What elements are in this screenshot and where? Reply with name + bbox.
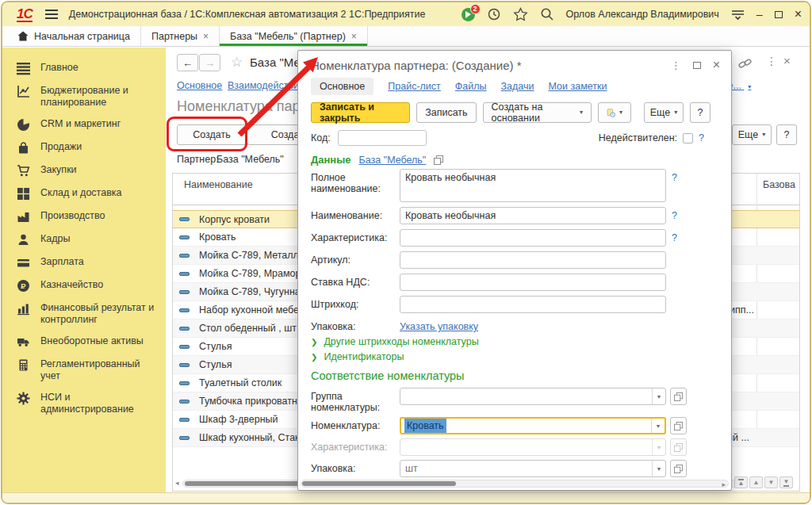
user-name[interactable]: Орлов Александр Владимирович: [566, 9, 719, 20]
sidebar-item-finresult[interactable]: Финансовый результат и контроллинг: [2, 297, 166, 331]
open-link-icon[interactable]: [434, 155, 443, 165]
sidebar-item-main[interactable]: Главное: [2, 57, 166, 80]
scroll-right-icon[interactable]: ▸: [722, 481, 726, 488]
svg-text:Р: Р: [21, 281, 26, 290]
full-name-input[interactable]: Кровать необычная: [400, 169, 666, 202]
selected-value[interactable]: Кровать: [404, 419, 446, 433]
history-icon[interactable]: [487, 7, 501, 21]
dialog-horizontal-scrollbar[interactable]: ▸: [301, 480, 729, 488]
more-button[interactable]: Еще▾: [732, 124, 772, 145]
main-menu-icon[interactable]: [45, 10, 58, 19]
dialog-more-button[interactable]: Еще▾: [644, 102, 684, 123]
dropdown-icon[interactable]: ▾: [652, 461, 665, 476]
dropdown-icon[interactable]: ▾: [651, 419, 665, 433]
notifications-icon[interactable]: 2: [462, 8, 475, 21]
go-next-row-button[interactable]: ▼: [764, 476, 778, 488]
forward-button[interactable]: →: [199, 54, 220, 71]
scrollbar-thumb[interactable]: [302, 481, 456, 486]
service-menu-icon[interactable]: [731, 9, 745, 21]
link-icon[interactable]: [738, 56, 753, 70]
sidebar-item-administration[interactable]: НСИ и администрирование: [2, 387, 166, 420]
nav-link-interactions[interactable]: Взаимодействия: [228, 80, 304, 91]
dialog-tab-notes[interactable]: Мои заметки: [549, 81, 607, 92]
invalid-checkbox[interactable]: [683, 133, 693, 143]
dialog-tab-main[interactable]: Основное: [311, 78, 373, 95]
tab-close-icon[interactable]: ×: [203, 31, 209, 42]
sidebar-item-treasury[interactable]: Р Казначейство: [2, 274, 166, 297]
salary-card-icon: [17, 256, 30, 270]
sidebar-item-salary[interactable]: Зарплата: [2, 251, 166, 274]
invalid-help[interactable]: ?: [699, 132, 704, 143]
sidebar-item-purchases[interactable]: Закупки: [2, 159, 166, 182]
dialog-tab-files[interactable]: Файлы: [455, 81, 487, 92]
column-header-name[interactable]: Наименование: [184, 179, 253, 190]
characteristic-input[interactable]: [400, 229, 666, 247]
nomenclature-combo[interactable]: Кровать▾: [400, 417, 666, 434]
scroll-left-icon[interactable]: ◂: [175, 480, 179, 487]
go-prev-row-button[interactable]: ▲: [749, 476, 763, 488]
dialog-close-icon[interactable]: ×: [713, 58, 720, 72]
column-header-base[interactable]: Базова: [763, 179, 795, 190]
back-button[interactable]: ←: [177, 54, 198, 71]
tab-partners[interactable]: Партнеры ×: [141, 26, 220, 46]
sidebar-item-warehouse[interactable]: Склад и доставка: [2, 182, 166, 205]
maximize-button[interactable]: [775, 11, 783, 18]
close-button[interactable]: ×: [795, 8, 802, 21]
sidebar-item-regulated[interactable]: Регламентированный учет: [2, 354, 166, 387]
code-label: Код:: [311, 132, 338, 143]
go-first-row-button[interactable]: ▲: [734, 476, 748, 488]
article-input[interactable]: [400, 251, 666, 269]
save-button[interactable]: Записать: [416, 102, 476, 123]
copy-history-button[interactable]: ▾: [598, 102, 631, 123]
field-help[interactable]: ?: [672, 169, 677, 183]
barcode-input[interactable]: [400, 296, 666, 313]
vat-input[interactable]: [400, 274, 666, 291]
nav-link-main[interactable]: Основное: [177, 80, 222, 91]
dialog-maximize-icon[interactable]: [693, 62, 701, 69]
sidebar-item-assets[interactable]: Внеоборотные активы: [2, 331, 166, 354]
open-characteristic-button: [670, 438, 687, 456]
create-based-on-button[interactable]: Создать на основании▾: [483, 102, 592, 123]
dialog-help-button[interactable]: ?: [690, 102, 710, 123]
save-close-button[interactable]: Записать и закрыть: [311, 102, 410, 123]
form-menu-dots-icon[interactable]: ⋮: [766, 55, 777, 67]
open-nomenclature-button[interactable]: [670, 417, 687, 434]
partner-link[interactable]: База "Мебель": [359, 155, 427, 166]
sidebar-item-hr[interactable]: Кадры: [2, 228, 166, 251]
expander-other-barcodes[interactable]: ❯ Другие штрихкоды номенклатуры: [311, 336, 718, 347]
minimize-button[interactable]: –: [756, 9, 763, 20]
form-close-icon[interactable]: ×: [783, 54, 791, 67]
packaging2-combo[interactable]: ▾: [400, 460, 666, 477]
sidebar-item-crm[interactable]: CRM и маркетинг: [2, 113, 166, 136]
partner-filter-value[interactable]: База "Мебель": [216, 154, 284, 165]
sidebar-item-budgeting[interactable]: Бюджетирование и планирование: [2, 80, 166, 113]
tab-home[interactable]: Начальная страница: [7, 26, 141, 46]
favorites-star-icon[interactable]: [513, 7, 528, 21]
field-help[interactable]: ?: [672, 207, 677, 221]
nomenclature-group-combo[interactable]: ▾: [400, 388, 666, 405]
help-button[interactable]: ?: [776, 124, 797, 145]
packaging2-input[interactable]: [400, 461, 652, 476]
field-help[interactable]: ?: [672, 229, 677, 243]
tab-partner-base-mebel[interactable]: База "Мебель" (Партнер) ×: [220, 26, 368, 46]
open-packaging-button[interactable]: [670, 460, 687, 477]
dialog-tab-tasks[interactable]: Задачи: [501, 81, 534, 92]
search-icon[interactable]: [540, 7, 554, 21]
expander-identifiers[interactable]: ❯ Идентификаторы: [311, 351, 718, 362]
name-input[interactable]: [400, 207, 666, 224]
dialog-menu-dots-icon[interactable]: ⋮: [671, 59, 681, 71]
dialog-tab-pricelist[interactable]: Прайс-лист: [388, 81, 441, 92]
name-label: Наименование:: [311, 207, 400, 221]
set-packaging-link[interactable]: Указать упаковку: [400, 318, 478, 332]
sidebar-item-sales[interactable]: Продажи: [2, 136, 166, 159]
open-group-button[interactable]: [670, 388, 687, 405]
dropdown-icon[interactable]: ▾: [652, 388, 665, 404]
go-last-row-button[interactable]: ▼: [779, 476, 793, 488]
sidebar-item-production[interactable]: Производство: [2, 205, 166, 228]
tab-close-icon[interactable]: ×: [351, 31, 357, 42]
dialog-tabs: Основное Прайс-лист Файлы Задачи Мои зам…: [298, 74, 731, 101]
favorite-star-icon[interactable]: ☆: [231, 54, 243, 71]
code-input[interactable]: [338, 130, 427, 146]
warehouse-boxes-icon: [17, 187, 30, 201]
create-button[interactable]: Создать: [177, 124, 247, 145]
